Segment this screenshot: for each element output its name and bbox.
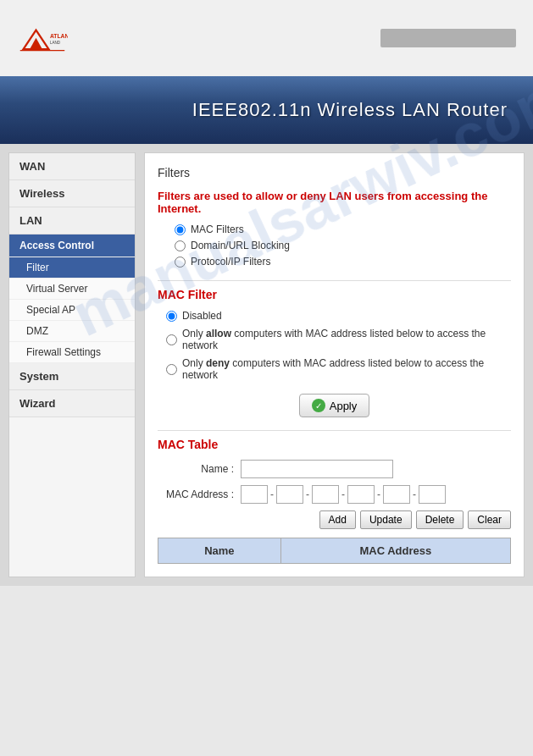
mac-octet-1[interactable] [241, 485, 268, 504]
domain-url-blocking-option[interactable]: Domain/URL Blocking [175, 240, 511, 251]
sidebar-item-system[interactable]: System [9, 363, 135, 390]
sidebar-item-access-control[interactable]: Access Control [9, 235, 135, 257]
mac-allow-label: Only allow computers with MAC address li… [182, 328, 511, 351]
domain-url-blocking-label: Domain/URL Blocking [191, 240, 290, 251]
atlantis-logo: ATLANTIS LAND [17, 21, 68, 55]
mac-table-section: MAC Table Name : MAC Address : - - - - [158, 438, 511, 564]
section-title: Filters [158, 166, 511, 179]
svg-marker-1 [30, 38, 42, 50]
mac-filter-section: MAC Filter Disabled Only allow computers… [158, 288, 511, 381]
table-col-mac: MAC Address [280, 538, 510, 564]
divider-2 [158, 430, 511, 431]
delete-button[interactable]: Delete [416, 510, 464, 529]
content-panel: Filters Filters are used to allow or den… [144, 152, 525, 577]
divider-1 [158, 280, 511, 281]
protocol-ip-filters-label: Protocol/IP Filters [191, 256, 270, 268]
sidebar-item-lan[interactable]: LAN [9, 207, 135, 235]
mac-octet-2[interactable] [276, 485, 303, 504]
mac-disabled-radio[interactable] [166, 311, 177, 322]
mac-disabled-label: Disabled [182, 310, 222, 322]
mac-filter-radio-group: Disabled Only allow computers with MAC a… [166, 310, 511, 381]
sidebar: WAN Wireless LAN Access Control Filter V… [8, 152, 136, 577]
action-buttons-row: Add Update Delete Clear [158, 510, 511, 529]
mac-data-table: Name MAC Address [158, 538, 511, 564]
mac-deny-radio[interactable] [166, 364, 177, 375]
mac-deny-label: Only deny computers with MAC address lis… [182, 357, 511, 381]
top-right-status-bar [380, 29, 516, 47]
apply-label: Apply [330, 400, 358, 412]
domain-url-blocking-radio[interactable] [175, 240, 186, 251]
mac-table-title: MAC Table [158, 438, 511, 451]
svg-text:LAND: LAND [50, 41, 61, 45]
protocol-ip-filters-option[interactable]: Protocol/IP Filters [175, 256, 511, 268]
apply-btn-row: ✓ Apply [158, 394, 511, 417]
logo: ATLANTIS LAND [17, 21, 68, 55]
mac-address-label: MAC Address : [158, 488, 234, 500]
sidebar-item-firewall-settings[interactable]: Firewall Settings [9, 342, 135, 363]
sidebar-item-dmz[interactable]: DMZ [9, 321, 135, 342]
banner-title: IEEE802.11n Wireless LAN Router [192, 99, 508, 121]
mac-sep-5: - [413, 488, 416, 500]
svg-text:ATLANTIS: ATLANTIS [50, 33, 68, 39]
mac-sep-3: - [341, 488, 345, 500]
mac-allow-radio[interactable] [166, 334, 177, 345]
filter-notice: Filters are used to allow or deny LAN us… [158, 190, 511, 215]
mac-input-group: - - - - - [241, 485, 446, 504]
sidebar-item-special-ap[interactable]: Special AP [9, 300, 135, 321]
mac-sep-4: - [377, 488, 380, 500]
table-col-name: Name [158, 538, 281, 564]
apply-button[interactable]: ✓ Apply [299, 394, 370, 417]
main-layout: WAN Wireless LAN Access Control Filter V… [0, 144, 533, 586]
mac-deny-option[interactable]: Only deny computers with MAC address lis… [166, 357, 511, 381]
mac-octet-4[interactable] [347, 485, 375, 504]
mac-filter-title: MAC Filter [158, 288, 511, 301]
name-label: Name : [158, 463, 234, 475]
mac-sep-2: - [306, 488, 309, 500]
filter-type-radio-group: MAC Filters Domain/URL Blocking Protocol… [175, 223, 511, 268]
mac-octet-3[interactable] [312, 485, 339, 504]
sidebar-item-wireless[interactable]: Wireless [9, 180, 135, 207]
name-form-row: Name : [158, 460, 511, 478]
mac-filters-label: MAC Filters [191, 223, 244, 235]
sidebar-item-virtual-server[interactable]: Virtual Server [9, 279, 135, 300]
mac-address-form-row: MAC Address : - - - - - [158, 485, 511, 504]
mac-disabled-option[interactable]: Disabled [166, 310, 511, 322]
name-input[interactable] [241, 460, 393, 478]
sidebar-item-wan[interactable]: WAN [9, 153, 135, 180]
mac-allow-option[interactable]: Only allow computers with MAC address li… [166, 328, 511, 351]
mac-octet-5[interactable] [383, 485, 410, 504]
protocol-ip-filters-radio[interactable] [175, 257, 186, 268]
banner: IEEE802.11n Wireless LAN Router [0, 76, 533, 144]
mac-sep-1: - [270, 488, 274, 500]
top-bar: ATLANTIS LAND [0, 0, 533, 76]
checkmark-icon: ✓ [312, 399, 325, 412]
update-button[interactable]: Update [360, 510, 412, 529]
sidebar-item-filter[interactable]: Filter [9, 257, 135, 279]
mac-octet-6[interactable] [419, 485, 446, 504]
add-button[interactable]: Add [319, 510, 356, 529]
mac-filters-radio[interactable] [175, 224, 186, 235]
clear-button[interactable]: Clear [468, 510, 511, 529]
mac-filters-option[interactable]: MAC Filters [175, 223, 511, 235]
sidebar-item-wizard[interactable]: Wizard [9, 390, 135, 417]
